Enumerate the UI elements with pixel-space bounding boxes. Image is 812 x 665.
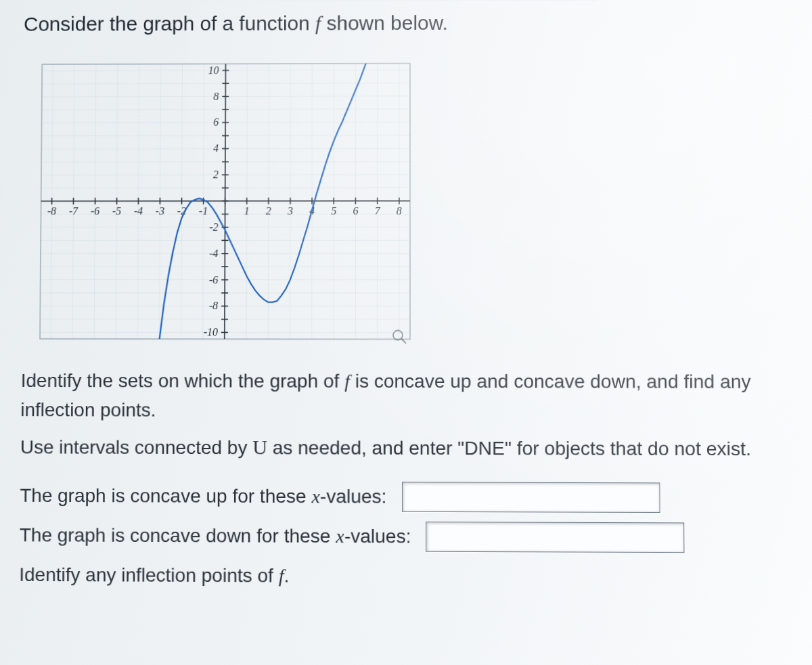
svg-text:-4: -4 <box>209 247 218 258</box>
question-prompt: Consider the graph of a function f shown… <box>24 7 792 41</box>
row1-x: x <box>311 486 320 507</box>
answer-row-concave-down: The graph is concave down for these x-va… <box>20 520 796 553</box>
svg-text:-2: -2 <box>209 221 218 232</box>
instr2-a: Use intervals connected by <box>20 437 253 459</box>
svg-text:3: 3 <box>287 205 293 216</box>
svg-text:1: 1 <box>244 205 250 216</box>
svg-text:6: 6 <box>213 116 219 128</box>
svg-text:4: 4 <box>213 142 219 154</box>
instructions-line-2: Use intervals connected by U as needed, … <box>20 431 796 465</box>
answers-block: The graph is concave up for these x-valu… <box>19 480 796 593</box>
input-concave-down[interactable] <box>426 522 685 553</box>
svg-text:2: 2 <box>266 205 271 216</box>
row3-f: f <box>279 565 284 586</box>
input-concave-up[interactable] <box>402 482 660 513</box>
answer-row-inflection: Identify any inflection points of f. <box>19 559 796 593</box>
instr1-a: Identify the sets on which the graph of <box>21 369 345 391</box>
answer-row-concave-up: The graph is concave up for these x-valu… <box>20 480 796 513</box>
row2-a: The graph is concave down for these <box>20 524 336 547</box>
svg-text:5: 5 <box>331 204 336 216</box>
svg-text:2: 2 <box>213 168 219 180</box>
svg-text:-6: -6 <box>209 273 218 285</box>
prompt-text-1: Consider the graph of a function <box>24 12 315 35</box>
svg-text:-10: -10 <box>204 326 218 338</box>
row2-b: -values: <box>344 526 411 547</box>
instructions-line-1: Identify the sets on which the graph of … <box>20 365 795 426</box>
label-concave-down: The graph is concave down for these x-va… <box>20 520 411 551</box>
svg-text:-8: -8 <box>47 205 56 216</box>
union-symbol: U <box>252 436 267 458</box>
svg-text:-8: -8 <box>209 300 218 311</box>
magnify-icon[interactable] <box>393 330 406 343</box>
row1-a: The graph is concave up for these <box>20 485 311 507</box>
row3-b: . <box>284 565 290 586</box>
svg-text:8: 8 <box>397 204 402 216</box>
svg-text:-1: -1 <box>199 205 208 216</box>
row1-b: -values: <box>320 486 387 507</box>
svg-text:6: 6 <box>353 204 358 216</box>
svg-text:-3: -3 <box>156 205 164 216</box>
function-graph: -8-7-6-5-4-3-2-112345678-10-8-6-4-224681… <box>22 45 428 357</box>
svg-point-106 <box>393 330 403 340</box>
graph-container: -8-7-6-5-4-3-2-112345678-10-8-6-4-224681… <box>22 45 428 357</box>
svg-text:-6: -6 <box>91 205 99 216</box>
svg-text:10: 10 <box>208 64 219 76</box>
prompt-f: f <box>315 12 321 35</box>
label-inflection: Identify any inflection points of f. <box>19 559 289 591</box>
svg-text:-5: -5 <box>112 205 121 216</box>
label-concave-up: The graph is concave up for these x-valu… <box>20 481 386 511</box>
svg-text:7: 7 <box>375 204 381 216</box>
svg-text:8: 8 <box>213 90 219 101</box>
prompt-text-2: shown below. <box>321 12 448 34</box>
svg-text:-7: -7 <box>69 205 78 216</box>
instr2-b: as needed, and enter "DNE" for objects t… <box>267 437 751 459</box>
svg-text:-4: -4 <box>134 205 143 216</box>
row2-x: x <box>336 526 344 547</box>
row3-a: Identify any inflection points of <box>19 564 279 586</box>
